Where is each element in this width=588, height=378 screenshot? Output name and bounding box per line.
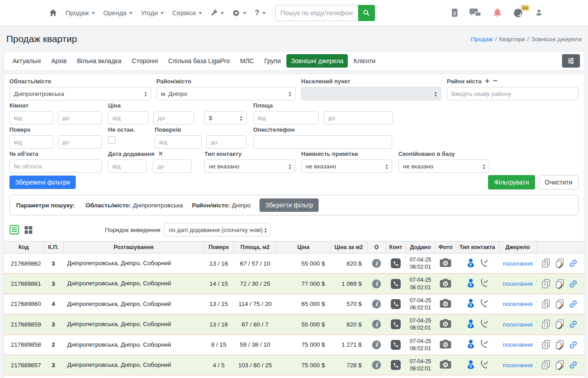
link-icon[interactable] (568, 299, 578, 309)
settings-menu[interactable] (228, 6, 251, 20)
link-icon[interactable] (568, 340, 578, 350)
journal-icon[interactable] (451, 8, 458, 17)
camera-icon[interactable] (440, 339, 451, 349)
source-link[interactable]: посилання (503, 341, 533, 348)
floor-from-input[interactable] (9, 135, 53, 149)
link-icon[interactable] (568, 258, 578, 268)
search-button[interactable] (358, 5, 375, 21)
table-row[interactable]: 217689860 4 Дніпропетровська, Дніпро, Со… (4, 294, 584, 314)
phone-check-icon[interactable] (479, 299, 489, 308)
date-from-input[interactable] (108, 159, 147, 173)
floors-from-input[interactable] (155, 135, 202, 149)
link-icon[interactable] (568, 319, 578, 329)
agent-icon[interactable] (466, 318, 476, 329)
object-no-input[interactable] (9, 159, 102, 173)
sort-order-select[interactable]: по даті додавання (спочатку нові) (164, 223, 271, 236)
tab[interactable]: Актуальні (8, 54, 45, 68)
filter-button[interactable]: Фільтрувати (488, 175, 535, 189)
nav-menu-item[interactable]: Продаж (61, 7, 99, 19)
phone-icon[interactable] (391, 279, 401, 289)
camera-icon[interactable] (440, 279, 451, 288)
add-chat-icon[interactable] (536, 340, 537, 349)
source-link[interactable]: посилання (503, 301, 533, 307)
tab[interactable]: Спільна база LigaPro (164, 54, 234, 68)
clear-date-icon[interactable]: ✕ (158, 150, 164, 157)
nav-menu-item[interactable]: Сервіси (168, 7, 206, 19)
copy-icon[interactable] (541, 360, 550, 370)
rooms-to-input[interactable] (58, 111, 102, 125)
table-row[interactable]: 217689857 3 Дніпропетровська, Дніпро, Со… (4, 355, 584, 375)
grid-view-icon[interactable] (24, 225, 33, 235)
agent-icon[interactable] (466, 258, 476, 268)
camera-icon[interactable] (440, 258, 451, 267)
price-from-input[interactable] (108, 111, 149, 125)
district-select[interactable]: м. Дніпро (156, 87, 295, 100)
phone-icon[interactable] (391, 319, 401, 329)
add-district-icon[interactable]: + (485, 78, 489, 84)
region-select[interactable]: Дніпропетровська (9, 87, 151, 100)
clear-button[interactable]: Очистити (539, 175, 579, 189)
nav-menu-item[interactable]: Угоди (137, 7, 168, 19)
breadcrumb-link[interactable]: Продаж (471, 36, 493, 43)
copy-icon[interactable] (541, 319, 550, 329)
tab[interactable]: МЛС (236, 54, 259, 68)
source-link[interactable]: посилання (503, 362, 533, 369)
add-chat-icon[interactable] (536, 320, 537, 329)
updates-counter-icon[interactable]: 24 (513, 8, 524, 18)
messages-icon[interactable] (469, 8, 482, 18)
table-row[interactable]: 217689862 3 Дніпропетровська, Дніпро, Со… (4, 253, 584, 274)
source-link[interactable]: посилання (503, 280, 533, 287)
filter-toggle-button[interactable] (562, 54, 580, 68)
info-icon[interactable]: i (372, 361, 381, 369)
floor-to-input[interactable] (58, 135, 102, 149)
note-select[interactable]: не вказано (301, 159, 392, 173)
floors-to-input[interactable] (206, 135, 246, 149)
agent-icon[interactable] (466, 298, 476, 309)
profile-icon[interactable] (535, 8, 543, 17)
phone-check-icon[interactable] (479, 360, 489, 369)
rooms-from-input[interactable] (9, 111, 53, 125)
add-chat-icon[interactable] (536, 299, 537, 309)
add-chat-icon[interactable] (536, 361, 537, 370)
not-last-checkbox[interactable] (108, 136, 116, 144)
copy-icon[interactable] (541, 340, 550, 350)
nav-menu-item[interactable]: Оренда (99, 7, 137, 19)
copy-icon[interactable] (541, 258, 550, 268)
copy-edit-icon[interactable] (554, 340, 564, 350)
help-menu[interactable]: ? (251, 6, 269, 20)
saved-filters-button[interactable]: Збережені фільтри (9, 176, 76, 189)
link-icon[interactable] (568, 360, 578, 370)
source-link[interactable]: посилання (503, 321, 533, 328)
table-row[interactable]: 217689858 2 Дніпропетровська, Дніпро, Со… (4, 335, 584, 355)
agent-icon[interactable] (466, 278, 476, 288)
currency-select[interactable]: $ (204, 111, 246, 125)
description-input[interactable] (253, 135, 392, 149)
save-filter-button[interactable]: Зберегти фільтр (259, 198, 319, 212)
list-view-icon[interactable] (9, 225, 19, 235)
copy-icon[interactable] (541, 279, 550, 289)
info-icon[interactable]: i (372, 279, 381, 288)
tab[interactable]: Сторонні (127, 54, 162, 68)
date-to-input[interactable] (153, 159, 191, 173)
table-row[interactable]: 217689859 3 Дніпропетровська, Дніпро, Со… (4, 314, 584, 335)
copy-edit-icon[interactable] (554, 299, 564, 309)
agent-icon[interactable] (466, 339, 476, 349)
copy-edit-icon[interactable] (554, 319, 564, 329)
agent-icon[interactable] (466, 359, 476, 370)
phone-icon[interactable] (391, 360, 401, 370)
info-icon[interactable]: i (372, 320, 381, 329)
phone-check-icon[interactable] (479, 279, 489, 288)
source-link[interactable]: посилання (503, 260, 533, 267)
add-chat-icon[interactable] (536, 279, 537, 288)
camera-icon[interactable] (440, 360, 451, 369)
tab[interactable]: Вільна вкладка (73, 54, 126, 68)
copy-edit-icon[interactable] (554, 279, 564, 289)
info-icon[interactable]: i (372, 300, 381, 309)
table-row[interactable]: 217689850 2 Дніпропетровська, Дніпро, Ам… (4, 375, 584, 378)
search-input[interactable] (275, 5, 358, 21)
tab[interactable]: Клієнти (349, 54, 380, 68)
copy-edit-icon[interactable] (554, 258, 564, 268)
tab[interactable]: Зовнішні джерела (286, 54, 348, 68)
phone-check-icon[interactable] (479, 319, 489, 328)
copy-edit-icon[interactable] (554, 360, 564, 370)
